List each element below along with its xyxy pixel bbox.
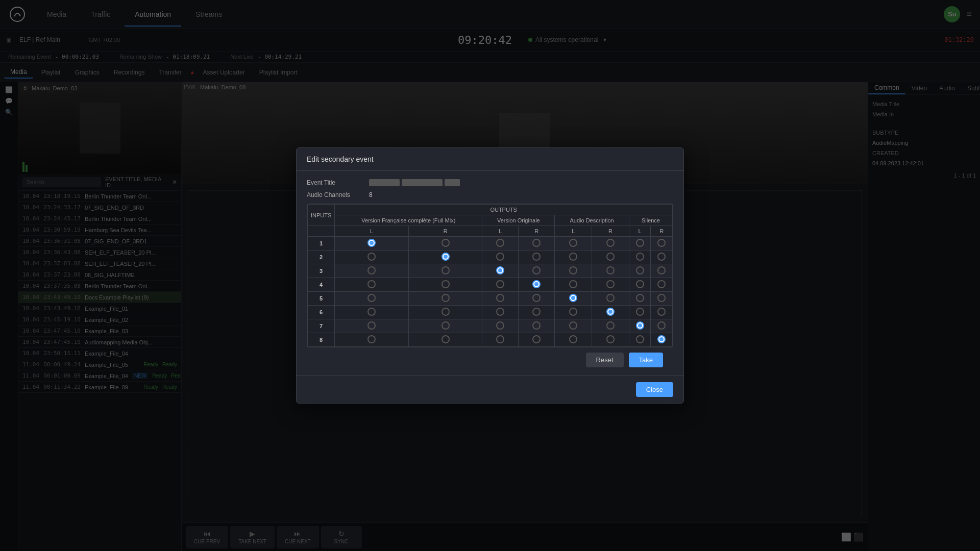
cell-5-ad-l[interactable] (555, 292, 592, 306)
cell-6-ad-l[interactable] (555, 306, 592, 319)
cell-4-ad-r[interactable] (592, 278, 629, 292)
input-num-6: 6 (308, 306, 335, 319)
cell-3-vo-l[interactable] (482, 264, 519, 278)
cell-8-vo-l[interactable] (482, 333, 519, 347)
cell-1-vo-l[interactable] (482, 237, 519, 251)
take-button[interactable]: Take (629, 353, 663, 367)
cell-4-vo-r[interactable] (519, 278, 555, 292)
cell-7-s-l[interactable] (629, 319, 651, 333)
reset-button[interactable]: Reset (586, 353, 624, 367)
cell-1-vf-r[interactable] (408, 237, 482, 251)
cell-6-s-r[interactable] (651, 306, 673, 319)
event-title-block-2 (402, 179, 443, 186)
col-vo-r: R (519, 226, 555, 237)
cell-1-vf-l[interactable] (335, 237, 409, 251)
cell-7-ad-r[interactable] (592, 319, 629, 333)
cell-4-s-l[interactable] (629, 278, 651, 292)
modal-body: Event Title Audio Channels 8 INPUTS (297, 171, 683, 375)
cell-1-ad-l[interactable] (555, 237, 592, 251)
cell-1-vo-r[interactable] (519, 237, 555, 251)
cell-2-ad-l[interactable] (555, 251, 592, 264)
cell-8-ad-l[interactable] (555, 333, 592, 347)
audio-channels-label: Audio Channels (307, 191, 363, 198)
event-title-field: Event Title (307, 179, 673, 186)
cell-7-s-r[interactable] (651, 319, 673, 333)
cell-3-ad-r[interactable] (592, 264, 629, 278)
cell-8-vf-r[interactable] (408, 333, 482, 347)
cell-2-vo-r[interactable] (519, 251, 555, 264)
event-title-block-3 (445, 179, 460, 186)
modal-header: Edit secondary event (297, 148, 683, 171)
cell-6-ad-r[interactable] (592, 306, 629, 319)
cell-6-vo-r[interactable] (519, 306, 555, 319)
cell-5-vo-r[interactable] (519, 292, 555, 306)
cell-3-s-l[interactable] (629, 264, 651, 278)
cell-8-s-l[interactable] (629, 333, 651, 347)
input-num-1: 1 (308, 237, 335, 251)
cell-6-vo-l[interactable] (482, 306, 519, 319)
event-title-label: Event Title (307, 179, 363, 186)
audio-table: INPUTS OUTPUTS Version Française complèt… (307, 204, 673, 347)
table-row: 8 (308, 333, 673, 347)
cell-2-s-r[interactable] (651, 251, 673, 264)
cell-8-s-r[interactable] (651, 333, 673, 347)
cell-2-vo-l[interactable] (482, 251, 519, 264)
cell-6-vf-l[interactable] (335, 306, 409, 319)
cell-5-ad-r[interactable] (592, 292, 629, 306)
edit-secondary-event-modal: Edit secondary event Event Title Audio C… (296, 147, 684, 404)
col-ad-l: L (555, 226, 592, 237)
cell-5-vf-l[interactable] (335, 292, 409, 306)
cell-8-vo-r[interactable] (519, 333, 555, 347)
cell-4-vf-r[interactable] (408, 278, 482, 292)
event-title-value (369, 179, 460, 186)
table-row: 5 (308, 292, 673, 306)
inputs-header: INPUTS (308, 205, 335, 226)
cell-5-s-l[interactable] (629, 292, 651, 306)
close-button[interactable]: Close (636, 382, 673, 397)
cell-7-vf-r[interactable] (408, 319, 482, 333)
cell-7-ad-l[interactable] (555, 319, 592, 333)
output-silence-header: Silence (629, 215, 672, 226)
col-ad-r: R (592, 226, 629, 237)
cell-1-s-l[interactable] (629, 237, 651, 251)
cell-2-s-l[interactable] (629, 251, 651, 264)
cell-4-vf-l[interactable] (335, 278, 409, 292)
table-row: 1 (308, 237, 673, 251)
audio-channels-value: 8 (369, 191, 373, 198)
cell-3-s-r[interactable] (651, 264, 673, 278)
cell-2-vf-l[interactable] (335, 251, 409, 264)
cell-4-ad-l[interactable] (555, 278, 592, 292)
cell-1-ad-r[interactable] (592, 237, 629, 251)
output-ad-header: Audio Description (555, 215, 629, 226)
input-num-3: 3 (308, 264, 335, 278)
cell-3-ad-l[interactable] (555, 264, 592, 278)
cell-5-vf-r[interactable] (408, 292, 482, 306)
cell-3-vo-r[interactable] (519, 264, 555, 278)
col-s-l: L (629, 226, 651, 237)
cell-2-ad-r[interactable] (592, 251, 629, 264)
modal-footer: Close (297, 375, 683, 403)
cell-4-vo-l[interactable] (482, 278, 519, 292)
cell-7-vf-l[interactable] (335, 319, 409, 333)
table-row: 4 (308, 278, 673, 292)
cell-8-vf-l[interactable] (335, 333, 409, 347)
cell-3-vf-l[interactable] (335, 264, 409, 278)
cell-7-vo-l[interactable] (482, 319, 519, 333)
table-row: 6 (308, 306, 673, 319)
cell-7-vo-r[interactable] (519, 319, 555, 333)
table-row: 2 (308, 251, 673, 264)
output-vf-header: Version Française complète (Full Mix) (335, 215, 482, 226)
outputs-header: OUTPUTS (335, 205, 673, 215)
cell-6-vf-r[interactable] (408, 306, 482, 319)
cell-3-vf-r[interactable] (408, 264, 482, 278)
modal-overlay: Edit secondary event Event Title Audio C… (0, 0, 980, 551)
cell-8-ad-r[interactable] (592, 333, 629, 347)
cell-6-s-l[interactable] (629, 306, 651, 319)
cell-1-s-r[interactable] (651, 237, 673, 251)
input-num-5: 5 (308, 292, 335, 306)
cell-4-s-r[interactable] (651, 278, 673, 292)
cell-5-s-r[interactable] (651, 292, 673, 306)
cell-5-vo-l[interactable] (482, 292, 519, 306)
cell-2-vf-r[interactable] (408, 251, 482, 264)
input-num-8: 8 (308, 333, 335, 347)
